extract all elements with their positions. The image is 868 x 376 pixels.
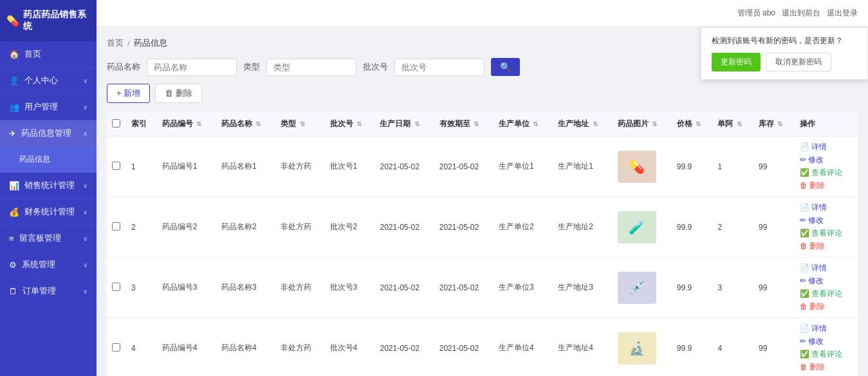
header-prod-date[interactable]: 生产日期 ⇅: [374, 112, 434, 136]
delete-link[interactable]: 🗑 删除: [800, 301, 853, 312]
breadcrumb-home[interactable]: 首页: [107, 37, 124, 49]
edit-link[interactable]: ✏ 修改: [800, 336, 853, 347]
topbar-logout-link[interactable]: 退出登录: [827, 8, 858, 19]
drug-image: 🧪: [618, 211, 656, 243]
sidebar-item-drug-info[interactable]: 药品信息: [0, 147, 97, 173]
row-prod-date: 2021-05-02: [374, 258, 434, 318]
main-area: 管理员 abo 退出到前台 退出登录 检测到该账号有新的密码，是否更新？ 更新密…: [97, 0, 868, 376]
header-stock[interactable]: 库存 ⇅: [753, 112, 795, 136]
sidebar-item-home[interactable]: 🏠 首页: [0, 41, 97, 68]
search-name-input[interactable]: [147, 59, 237, 76]
row-checkbox[interactable]: [112, 283, 120, 291]
review-link[interactable]: ✅ 查看评论: [800, 167, 853, 178]
row-code: 药品编号1: [157, 136, 216, 197]
chevron-icon: ∨: [83, 104, 88, 111]
review-link[interactable]: ✅ 查看评论: [800, 288, 853, 299]
row-expire-date: 2021-05-02: [434, 318, 494, 377]
header-address[interactable]: 生产地址 ⇅: [553, 112, 612, 136]
detail-link[interactable]: 📄 详情: [800, 323, 853, 334]
header-index: 索引: [126, 112, 157, 136]
delete-link[interactable]: 🗑 删除: [800, 180, 853, 191]
sidebar-item-user-mgmt[interactable]: 👥 用户管理 ∨: [0, 94, 97, 120]
row-address: 生产地址4: [553, 318, 612, 377]
header-unit-price[interactable]: 单阿 ⇅: [712, 112, 753, 136]
select-all-checkbox[interactable]: [112, 119, 120, 127]
detail-link[interactable]: 📄 详情: [800, 142, 853, 153]
drug-image: 🔬: [618, 332, 656, 364]
row-address: 生产地址2: [553, 197, 612, 258]
add-button[interactable]: + 新增: [107, 84, 150, 103]
detail-link[interactable]: 📄 详情: [800, 263, 853, 274]
sidebar-item-personal[interactable]: 👤 个人中心 ∨: [0, 68, 97, 94]
row-name: 药品名称2: [216, 197, 275, 258]
delete-button[interactable]: 🗑 删除: [155, 84, 202, 103]
row-expire-date: 2021-05-02: [434, 136, 494, 197]
row-checkbox[interactable]: [112, 222, 120, 230]
review-link[interactable]: ✅ 查看评论: [800, 228, 853, 239]
row-prod-date: 2021-05-02: [374, 136, 434, 197]
header-code[interactable]: 药品编号 ⇅: [157, 112, 216, 136]
sidebar-label-finance-stat: 财务统计管理: [24, 206, 75, 218]
sidebar-nav: 🏠 首页 👤 个人中心 ∨ 👥 用户管理 ∨ ✈ 药品信息管理 ∧: [0, 41, 97, 376]
delete-link[interactable]: 🗑 删除: [800, 362, 853, 373]
sidebar-item-message-mgmt[interactable]: ≡ 留言板管理 ∨: [0, 225, 97, 252]
breadcrumb-separator: /: [127, 39, 130, 48]
op-links: 📄 详情 ✏ 修改 ✅ 查看评论 🗑 删除: [800, 323, 853, 373]
row-unit: 生产单位4: [494, 318, 553, 377]
sidebar-item-system-mgmt[interactable]: ⚙ 系统管理 ∨: [0, 252, 97, 278]
row-checkbox[interactable]: [112, 343, 120, 352]
row-type: 非处方药: [275, 318, 324, 377]
drug-table-wrap: 索引 药品编号 ⇅ 药品名称 ⇅ 类型 ⇅ 批次号 ⇅ 生产日期 ⇅ 有效期至 …: [107, 112, 858, 376]
topbar-console-link[interactable]: 退出到前台: [782, 8, 820, 19]
row-price: 99.9: [672, 197, 713, 258]
row-batch: 批次号2: [325, 197, 375, 258]
sidebar-item-order-mgmt[interactable]: 🗒 订单管理 ∨: [0, 278, 97, 305]
search-name-label: 药品名称: [107, 61, 140, 73]
search-type-label: 类型: [243, 61, 260, 73]
cancel-update-button[interactable]: 取消更新密码: [766, 53, 831, 71]
row-checkbox[interactable]: [112, 162, 120, 170]
header-expire-date[interactable]: 有效期至 ⇅: [434, 112, 494, 136]
sidebar: 💊 药店药品销售系统 🏠 首页 👤 个人中心 ∨ 👥 用户管理 ∨: [0, 0, 97, 376]
detail-link[interactable]: 📄 详情: [800, 202, 853, 213]
header-img: 药品图片 ⇅: [613, 112, 672, 136]
edit-link[interactable]: ✏ 修改: [800, 276, 853, 287]
sidebar-label-system-mgmt: 系统管理: [22, 259, 55, 270]
home-icon: 🏠: [9, 50, 19, 59]
edit-link[interactable]: ✏ 修改: [800, 215, 853, 226]
table-row: 2 药品编号2 药品名称2 非处方药 批次号2 2021-05-02 2021-…: [107, 197, 858, 258]
notif-text: 检测到该账号有新的密码，是否更新？: [712, 35, 857, 46]
drug-img-icon: 💊: [629, 159, 645, 174]
row-img: 🧪: [613, 197, 672, 258]
row-index: 3: [126, 258, 157, 318]
chevron-icon: ∨: [83, 261, 88, 268]
row-code: 药品编号4: [157, 318, 216, 377]
op-links: 📄 详情 ✏ 修改 ✅ 查看评论 🗑 删除: [800, 263, 853, 312]
search-button[interactable]: 🔍: [491, 58, 520, 76]
search-batch-input[interactable]: [394, 59, 485, 76]
app-title: 药店药品销售系统: [23, 9, 90, 32]
sidebar-sub-drug-info-mgmt: 药品信息: [0, 147, 97, 173]
row-checkbox-cell: [107, 318, 126, 377]
sidebar-item-sales-stat[interactable]: 📊 销售统计管理 ∨: [0, 173, 97, 199]
header-batch[interactable]: 批次号 ⇅: [325, 112, 375, 136]
search-type-input[interactable]: [266, 59, 356, 76]
row-unit-price: 3: [712, 258, 753, 318]
message-mgmt-icon: ≡: [9, 234, 14, 243]
header-name[interactable]: 药品名称 ⇅: [216, 112, 275, 136]
header-type[interactable]: 类型 ⇅: [275, 112, 324, 136]
delete-link[interactable]: 🗑 删除: [800, 241, 853, 252]
search-batch-label: 批次号: [363, 61, 388, 73]
edit-link[interactable]: ✏ 修改: [800, 155, 853, 165]
row-price: 99.9: [672, 318, 713, 377]
update-password-button[interactable]: 更新密码: [712, 53, 761, 71]
sidebar-item-drug-info-mgmt[interactable]: ✈ 药品信息管理 ∧: [0, 120, 97, 147]
header-price[interactable]: 价格 ⇅: [672, 112, 713, 136]
sidebar-item-finance-stat[interactable]: 💰 财务统计管理 ∨: [0, 199, 97, 225]
action-bar: + 新增 🗑 删除: [107, 84, 858, 103]
system-mgmt-icon: ⚙: [9, 260, 17, 270]
row-unit: 生产单位3: [494, 258, 553, 318]
header-unit[interactable]: 生产单位 ⇅: [494, 112, 553, 136]
row-unit: 生产单位2: [494, 197, 553, 258]
review-link[interactable]: ✅ 查看评论: [800, 349, 853, 360]
